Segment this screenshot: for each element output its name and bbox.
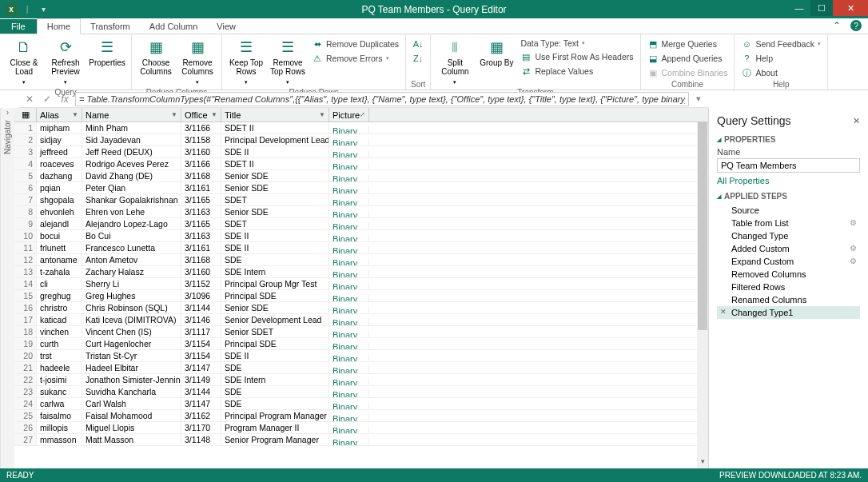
remove-errors-button[interactable]: ⚠Remove Errors ▾ xyxy=(310,52,400,65)
group-by-button[interactable]: ▦Group By xyxy=(477,36,516,69)
cell-picture[interactable]: Binary xyxy=(329,329,369,337)
cell-name[interactable]: Jeff Reed (DEUX) xyxy=(82,146,181,157)
applied-step[interactable]: Table from List⚙ xyxy=(717,217,860,229)
cell-office[interactable]: 3/1170 xyxy=(181,422,221,433)
cell-alias[interactable]: ehvonleh xyxy=(37,206,82,217)
cell-picture[interactable]: Binary xyxy=(329,125,369,133)
table-row[interactable]: 17katicadKati Iceva (DIMITROVA)3/1146Sen… xyxy=(14,314,708,326)
column-header-alias[interactable]: Alias▼ xyxy=(37,108,82,121)
cell-name[interactable]: Faisal Mohamood xyxy=(82,410,181,421)
cell-office[interactable]: 3/1163 xyxy=(181,230,221,241)
cell-office[interactable]: 3/1144 xyxy=(181,386,221,397)
cell-office[interactable]: 3/1146 xyxy=(181,314,221,325)
applied-step[interactable]: Source xyxy=(717,204,860,217)
cell-office[interactable]: 3/1163 xyxy=(181,206,221,217)
cell-office[interactable]: 3/1154 xyxy=(181,338,221,349)
cell-office[interactable]: 3/1148 xyxy=(181,434,221,445)
remove-columns-button[interactable]: ▦Remove Columns▾ xyxy=(178,36,217,88)
table-row[interactable]: 11frlunettFrancesco Lunetta3/1161SDE IIB… xyxy=(14,242,708,254)
formula-cancel-icon[interactable]: ✕ xyxy=(22,92,37,106)
cell-title[interactable]: SDE II xyxy=(221,230,329,241)
help-button[interactable]: ?Help xyxy=(739,52,822,65)
cell-alias[interactable]: sidjay xyxy=(37,134,82,145)
tab-transform[interactable]: Transform xyxy=(81,19,140,34)
cell-picture[interactable]: Binary xyxy=(329,281,369,289)
table-row[interactable]: 4roacevesRodrigo Aceves Perez3/1166SDET … xyxy=(14,158,708,170)
table-row[interactable]: 7shgopalaShankar Gopalakrishnan3/1165SDE… xyxy=(14,194,708,206)
cell-title[interactable]: SDE Intern xyxy=(221,374,329,385)
cell-picture[interactable]: Binary xyxy=(329,365,369,373)
cell-picture[interactable]: Binary xyxy=(329,173,369,181)
query-name-input[interactable] xyxy=(717,158,860,173)
chevron-down-icon[interactable]: ▼ xyxy=(211,111,217,118)
cell-title[interactable]: SDE xyxy=(221,386,329,397)
table-row[interactable]: 10bocuiBo Cui3/1163SDE IIBinary xyxy=(14,230,708,242)
cell-picture[interactable]: Binary xyxy=(329,341,369,349)
cell-office[interactable]: 3/1160 xyxy=(181,146,221,157)
cell-title[interactable]: Principal Program Manager Lead xyxy=(221,410,329,421)
refresh-preview-button[interactable]: ⟳Refresh Preview▾ xyxy=(46,36,85,88)
properties-button[interactable]: ☰Properties xyxy=(88,36,126,69)
cell-office[interactable]: 3/1161 xyxy=(181,242,221,253)
cell-title[interactable]: SDE xyxy=(221,254,329,265)
cell-office[interactable]: 3/1161 xyxy=(181,182,221,193)
cell-office[interactable]: 3/1165 xyxy=(181,218,221,229)
cell-name[interactable]: Tristan St-Cyr xyxy=(82,350,181,361)
properties-section-label[interactable]: PROPERTIES xyxy=(717,135,860,144)
table-row[interactable]: 9alejandlAlejandro Lopez-Lago3/1165SDETB… xyxy=(14,218,708,230)
cell-alias[interactable]: t-josimi xyxy=(37,374,82,385)
table-row[interactable]: 18vinchenVincent Chen (IS)3/1117Senior S… xyxy=(14,326,708,338)
cell-picture[interactable]: Binary xyxy=(329,413,369,421)
cell-picture[interactable]: Binary xyxy=(329,353,369,361)
table-row[interactable]: 6pqianPeter Qian3/1161Senior SDEBinary xyxy=(14,182,708,194)
applied-steps-section-label[interactable]: APPLIED STEPS xyxy=(717,192,860,201)
help-icon[interactable]: ? xyxy=(850,20,862,31)
cell-picture[interactable]: Binary xyxy=(329,425,369,433)
cell-alias[interactable]: mipham xyxy=(37,122,82,133)
table-row[interactable]: 8ehvonlehEhren von Lehe3/1163Senior SDEB… xyxy=(14,206,708,218)
cell-name[interactable]: Curt Hagenlocher xyxy=(82,338,181,349)
applied-step[interactable]: Expand Custom⚙ xyxy=(717,255,860,268)
formula-expand-icon[interactable]: ▾ xyxy=(692,94,705,104)
maximize-button[interactable]: ☐ xyxy=(810,0,833,16)
cell-title[interactable]: SDE Intern xyxy=(221,266,329,277)
cell-alias[interactable]: mmasson xyxy=(37,434,82,445)
formula-fx-icon[interactable]: fx xyxy=(58,92,72,106)
cell-office[interactable]: 3/1166 xyxy=(181,122,221,133)
cell-office[interactable]: 3/1158 xyxy=(181,134,221,145)
cell-title[interactable]: SDE xyxy=(221,398,329,409)
cell-name[interactable]: Chris Robinson (SQL) xyxy=(82,302,181,313)
remove-duplicates-button[interactable]: ⬌Remove Duplicates xyxy=(310,38,400,50)
cell-name[interactable]: Vincent Chen (IS) xyxy=(82,326,181,337)
cell-name[interactable]: Hadeel Elbitar xyxy=(82,362,181,373)
cell-title[interactable]: Senior Program Manager xyxy=(221,434,329,445)
cell-title[interactable]: Senior Development Lead xyxy=(221,314,329,325)
cell-alias[interactable]: faisalmo xyxy=(37,410,82,421)
table-row[interactable]: 3jeffreedJeff Reed (DEUX)3/1160SDE IIBin… xyxy=(14,146,708,158)
column-header-title[interactable]: Title▼ xyxy=(221,108,329,121)
cell-office[interactable]: 3/1165 xyxy=(181,194,221,205)
table-row[interactable]: 19curthCurt Hagenlocher3/1154Principal S… xyxy=(14,338,708,350)
applied-step[interactable]: Added Custom⚙ xyxy=(717,242,860,255)
cell-alias[interactable]: alejandl xyxy=(37,218,82,229)
cell-title[interactable]: SDE xyxy=(221,362,329,373)
cell-picture[interactable]: Binary xyxy=(329,149,369,157)
cell-office[interactable]: 3/1162 xyxy=(181,410,221,421)
table-row[interactable]: 14cliSherry Li3/1152Principal Group Mgr … xyxy=(14,278,708,290)
cell-alias[interactable]: frlunett xyxy=(37,242,82,253)
cell-name[interactable]: Ehren von Lehe xyxy=(82,206,181,217)
merge-queries-button[interactable]: ⬒Merge Queries xyxy=(646,38,730,50)
cell-title[interactable]: Senior SDE xyxy=(221,182,329,193)
cell-title[interactable]: Senior SDE xyxy=(221,170,329,181)
about-button[interactable]: ⓘAbout xyxy=(739,66,822,79)
qat-dropdown-icon[interactable]: ▾ xyxy=(37,3,50,16)
column-header-rownum[interactable]: ▦ xyxy=(14,108,37,121)
tab-view[interactable]: View xyxy=(207,19,245,34)
table-row[interactable]: 24carlwaCarl Walsh3/1147SDEBinary xyxy=(14,398,708,410)
gear-icon[interactable]: ⚙ xyxy=(850,257,857,266)
cell-alias[interactable]: jeffreed xyxy=(37,146,82,157)
formula-accept-icon[interactable]: ✓ xyxy=(40,92,54,106)
cell-picture[interactable]: Binary xyxy=(329,401,369,409)
table-row[interactable]: 13t-zahalaZachary Halasz3/1160SDE Intern… xyxy=(14,266,708,278)
table-row[interactable]: 15greghugGreg Hughes3/1096Principal SDEB… xyxy=(14,290,708,302)
